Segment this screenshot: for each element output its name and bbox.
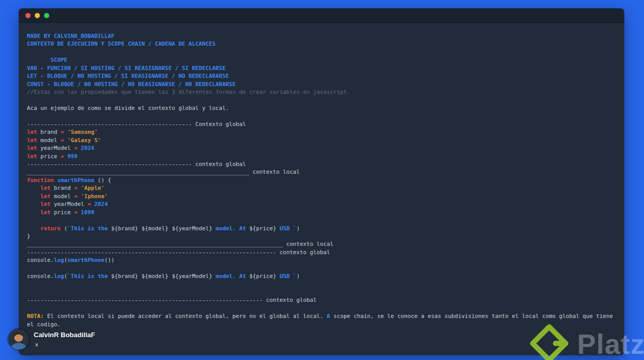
desktop-background: MADE BY CALVINR_BOBADILLAFCONTEXTO DE EJ… (0, 0, 644, 360)
minimize-window-icon[interactable] (35, 13, 40, 18)
code-line (27, 288, 624, 296)
code-line: NOTA: El contexto local si puede acceder… (27, 312, 624, 320)
window-titlebar (19, 8, 624, 23)
code-line: console.log(smarthPhone()) (27, 256, 624, 264)
code-editor[interactable]: MADE BY CALVINR_BOBADILLAFCONTEXTO DE EJ… (19, 23, 624, 328)
code-line: ----------------------------------------… (27, 120, 624, 128)
code-line: //Estas son las propiedades que tienen l… (27, 88, 624, 96)
code-line: MADE BY CALVINR_BOBADILLAF (27, 32, 624, 40)
code-line: LET - BLOQUE / NO HOSTING / SI REASIGNAR… (27, 72, 624, 80)
code-line: let price = 999 (27, 153, 624, 160)
code-line: let model = 'Galaxy S' (27, 136, 624, 144)
code-line: CONTEXTO DE EJECUCION Y SCOPE CHAIN / CA… (27, 40, 624, 48)
code-line: let brand = 'Samsung' (27, 128, 624, 136)
code-line: return (`This is the ${brand} ${model} $… (27, 225, 624, 232)
code-line: ----------------------------------------… (27, 160, 624, 168)
close-window-icon[interactable] (25, 13, 31, 18)
code-line: Aca un ejemplo de como se divide el cont… (27, 104, 624, 112)
code-line: SCOPE (27, 56, 624, 64)
code-line: ________________________________________… (27, 168, 624, 176)
avatar-photo-icon (8, 329, 29, 350)
code-line (27, 281, 624, 288)
editor-window: MADE BY CALVINR_BOBADILLAFCONTEXTO DE EJ… (19, 8, 624, 355)
code-line: el codigo. (27, 321, 624, 328)
code-line (27, 112, 624, 120)
code-line: function smarthPhone () { (27, 176, 624, 184)
presenter-name: CalvinR BobadillaF (34, 331, 95, 339)
code-line: console.log(`This is the ${brand} ${mode… (27, 272, 624, 280)
zoom-window-icon[interactable] (44, 13, 49, 18)
code-line: ----------------------------------------… (27, 248, 624, 256)
code-line (27, 48, 624, 56)
code-line: let model = 'Iphone' (27, 192, 624, 200)
code-line (27, 216, 624, 224)
code-line: VAR - FUNCION / SI HOSTING / SI REASIGNA… (27, 64, 624, 72)
code-line (27, 96, 624, 104)
presenter-avatar (8, 329, 29, 350)
presenter-subtext: x (34, 341, 95, 348)
code-line: CONST - BLOQUE / NO HOSTING / NO REASIGN… (27, 80, 624, 88)
code-line: let brand = 'Apple' (27, 184, 624, 192)
code-line: } (27, 232, 624, 240)
code-line (27, 265, 624, 272)
code-line: ________________________________________… (27, 240, 624, 248)
presenter-overlay: CalvinR BobadillaF x (8, 329, 95, 350)
code-line (27, 304, 624, 312)
code-line: let price = 1099 (27, 209, 624, 216)
code-line: let yearModel = 2024 (27, 144, 624, 152)
code-line: let yearModel = 2024 (27, 200, 624, 208)
code-line: ----------------------------------------… (27, 296, 624, 304)
